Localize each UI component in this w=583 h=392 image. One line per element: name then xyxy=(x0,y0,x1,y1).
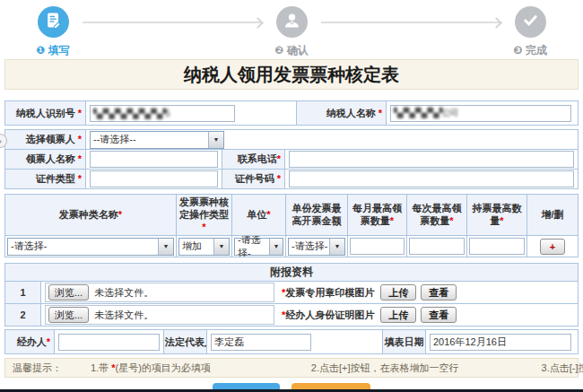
attachment-row-number: 2 xyxy=(5,304,41,327)
attachment-doc-label: 发票专用章印模图片 xyxy=(285,287,374,298)
attachments-title: 附报资料 xyxy=(5,264,579,282)
no-file-text: 未选择文件。 xyxy=(94,309,153,322)
max-amount-select[interactable]: -请选择- ▼ xyxy=(288,238,345,256)
taxpayer-id-label: 纳税人识别号 xyxy=(16,108,75,118)
chevron-down-icon: ▼ xyxy=(158,239,173,255)
contact-phone-input[interactable] xyxy=(289,151,574,168)
stepper-arrow-2 xyxy=(321,22,500,23)
col-unit: 单位 xyxy=(247,209,266,220)
legal-rep-label: 法定代表人 xyxy=(164,330,207,354)
no-file-text: 未选择文件。 xyxy=(94,286,153,300)
attachment-row: 2 浏览... 未选择文件。 *经办人身份证明图片 上传 查看 xyxy=(5,304,579,327)
recipient-name-input[interactable] xyxy=(90,151,218,168)
required-asterisk: * xyxy=(266,209,270,220)
browse-button[interactable]: 浏览... xyxy=(48,284,89,301)
invoice-type-table: 发票种类名称* 发票票种核定操作类型* 单位* 单份发票最高开票金额 每月最高领… xyxy=(4,194,579,257)
tip-item-2: 2.点击[+]按钮，在表格增加一空行 xyxy=(311,359,459,377)
op-type-select[interactable]: 增加 ▼ xyxy=(178,238,230,256)
required-asterisk: * xyxy=(78,108,82,118)
upload-button[interactable]: 上传 xyxy=(380,284,416,301)
form-title: 纳税人领用发票票种核定表 xyxy=(4,59,579,90)
step-fill: ❶ 填写 xyxy=(32,6,74,58)
view-button[interactable]: 查看 xyxy=(421,284,457,301)
step-fill-label: ❶ 填写 xyxy=(36,43,70,58)
invoice-type-select[interactable]: -请选择- ▼ xyxy=(7,238,174,256)
taxpayer-table: 纳税人识别号 * ▚▞▚▞▚▞▚▞▚▞▚▞5 纳税人名称 * ▚▞▚▞▚▞▚▞公… xyxy=(4,100,579,126)
view-button[interactable]: 查看 xyxy=(421,307,457,323)
file-input[interactable]: 浏览... 未选择文件。 xyxy=(45,305,274,325)
required-asterisk: * xyxy=(118,209,122,220)
person-icon xyxy=(283,11,301,33)
required-asterisk: * xyxy=(390,215,394,226)
fill-date-field: 2016年12月16日 xyxy=(430,334,571,351)
recipient-select[interactable]: --请选择-- ▼ xyxy=(90,131,224,149)
table-row: 选择领票人 * --请选择-- ▼ xyxy=(5,130,579,150)
tips-prefix: 温馨提示： xyxy=(13,359,62,377)
required-asterisk: * xyxy=(449,215,453,226)
monthly-max-input[interactable] xyxy=(350,238,405,255)
handler-label: 经办人 xyxy=(17,336,47,347)
browse-button[interactable]: 浏览... xyxy=(48,307,89,323)
col-invoice-type: 发票种类名称 xyxy=(59,209,118,220)
required-asterisk: * xyxy=(78,134,82,144)
required-asterisk: * xyxy=(277,173,281,184)
upload-button[interactable]: 上传 xyxy=(380,307,416,323)
table-row: 领票人名称 * 联系电话* xyxy=(5,150,579,170)
stepper-arrow-1 xyxy=(83,22,262,23)
unit-select[interactable]: -请选择- ▼ xyxy=(234,238,283,256)
taxpayer-id-value: ▚▞▚▞▚▞▚▞▚▞▚▞5 xyxy=(93,109,170,118)
taxpayer-name-input[interactable]: ▚▞▚▞▚▞▚▞公司 xyxy=(390,105,571,122)
step-confirm: ❷ 确认 xyxy=(271,6,312,58)
attachments-table: 附报资料 1 浏览... 未选择文件。 *发票专用章印模图片 上传 查看 2 浏… xyxy=(4,263,579,327)
progress-stepper: ❶ 填写 ❷ 确认 ❸ 完成 xyxy=(0,0,583,54)
col-add-del: 增/删 xyxy=(541,209,563,220)
file-input[interactable]: 浏览... 未选择文件。 xyxy=(45,283,274,302)
contact-phone-label: 联系电话 xyxy=(238,153,277,164)
tip-item-3: 3.点击[-]按钮，删除表格的当前行 xyxy=(542,359,583,377)
step-done: ❸ 完成 xyxy=(509,6,551,58)
recipient-name-label: 领票人名称 xyxy=(26,153,75,164)
op-type-select-value: 增加 xyxy=(182,240,202,253)
step-done-circle xyxy=(515,6,546,38)
legal-rep-input[interactable]: 李定磊 xyxy=(211,334,311,351)
pertime-max-input[interactable] xyxy=(409,238,465,255)
col-max-amount: 单份发票最高开票金额 xyxy=(292,203,342,226)
col-holding-max: 持票最高数量 xyxy=(473,203,522,226)
col-pertime-max: 每次最高领票数量 xyxy=(413,203,462,226)
tips-bar: 温馨提示： 1.带 *(星号)的项目为必填项 2.点击[+]按钮，在表格增加一空… xyxy=(4,358,579,378)
required-asterisk: * xyxy=(202,222,205,232)
required-asterisk: * xyxy=(78,153,82,164)
max-amount-select-value: -请选择- xyxy=(292,240,327,253)
attachment-doc-label: 经办人身份证明图片 xyxy=(285,309,374,320)
table-header-row: 附报资料 xyxy=(5,264,579,282)
cert-type-label: 证件类型 xyxy=(36,173,75,184)
check-icon xyxy=(521,11,540,33)
recipient-select-label: 选择领票人 xyxy=(26,134,75,144)
step-done-label: ❸ 完成 xyxy=(513,43,547,58)
unit-select-value: -请选择- xyxy=(238,236,269,257)
step-confirm-circle xyxy=(276,6,308,38)
edit-document-icon xyxy=(45,12,62,32)
required-asterisk: * xyxy=(78,173,82,184)
taxpayer-name-label: 纳税人名称 xyxy=(326,108,376,118)
holding-max-input[interactable] xyxy=(469,238,525,255)
required-asterisk: * xyxy=(500,215,503,226)
cert-type-input[interactable] xyxy=(90,170,218,187)
taxpayer-name-value: ▚▞▚▞▚▞▚▞公司 xyxy=(394,107,458,119)
chevron-down-icon: ▼ xyxy=(329,239,344,255)
fill-date-label: 填表日期 xyxy=(383,330,426,354)
add-row-button[interactable]: + xyxy=(540,239,565,255)
recipient-select-value: --请选择-- xyxy=(93,133,136,146)
cert-no-label: 证件号码 xyxy=(235,173,274,184)
fill-date-value: 2016年12月16日 xyxy=(433,335,507,349)
invoice-data-row: -请选择- ▼ 增加 ▼ -请选择- ▼ -请选择- ▼ + xyxy=(5,236,579,257)
col-monthly-max: 每月最高领票数量 xyxy=(352,203,402,226)
table-row: 经办人* 法定代表人 李定磊 填表日期 2016年12月16日 xyxy=(5,330,579,354)
taxpayer-id-input[interactable]: ▚▞▚▞▚▞▚▞▚▞▚▞5 xyxy=(90,105,235,122)
chevron-down-icon: ▼ xyxy=(213,239,229,255)
handler-table: 经办人* 法定代表人 李定磊 填表日期 2016年12月16日 xyxy=(4,329,579,354)
handler-input[interactable] xyxy=(58,334,160,351)
invoice-type-select-value: -请选择- xyxy=(11,240,47,253)
attachment-row: 1 浏览... 未选择文件。 *发票专用章印模图片 上传 查看 xyxy=(5,282,579,304)
cert-no-input[interactable] xyxy=(289,170,574,187)
